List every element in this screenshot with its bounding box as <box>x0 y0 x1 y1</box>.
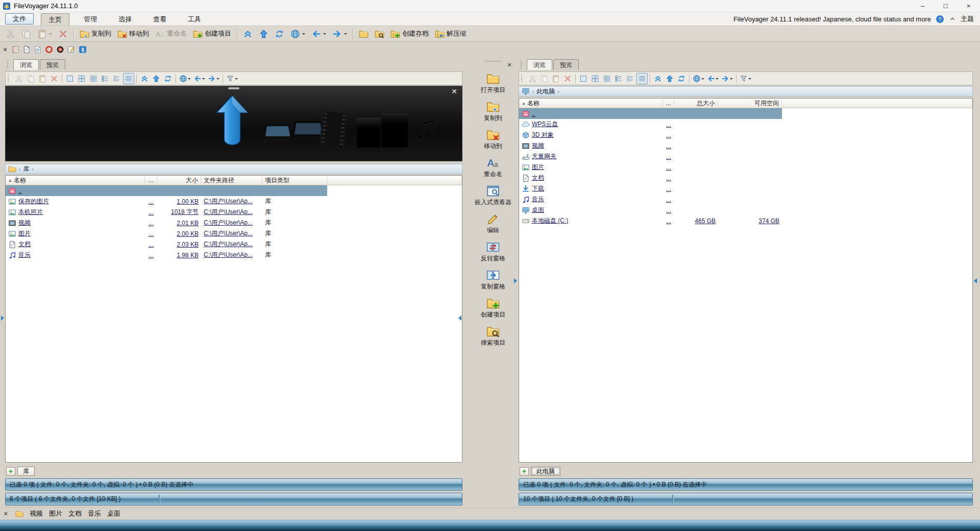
ribbon-tab-file[interactable]: 文件 <box>5 13 34 25</box>
item-path[interactable]: C:\用户\User\Ap... <box>204 197 253 206</box>
left-copy-button[interactable] <box>25 73 36 84</box>
item-more[interactable]: ... <box>149 220 154 227</box>
copy-to-button[interactable]: 复制到 <box>77 27 114 40</box>
close-button[interactable]: × <box>957 0 980 12</box>
drag-handle[interactable] <box>7 61 10 68</box>
file-row-documents[interactable]: 文档...2.03 KBC:\用户\User\Ap...库 <box>6 239 327 250</box>
left-globe-button[interactable] <box>178 73 192 84</box>
network-button[interactable] <box>288 27 308 40</box>
copy-button[interactable] <box>19 27 34 40</box>
right-arrow-top-button[interactable] <box>652 73 664 84</box>
right-back-button[interactable] <box>706 73 720 84</box>
item-more[interactable]: ... <box>149 252 154 259</box>
theme-button[interactable]: 主题 <box>961 14 974 23</box>
search-folder-button[interactable] <box>372 27 387 40</box>
column-header-0[interactable]: ▲名称 <box>519 99 663 108</box>
right-copy-button[interactable] <box>538 73 550 84</box>
item-path[interactable]: C:\用户\User\Ap... <box>204 240 253 249</box>
right-tab-preview[interactable]: 预览 <box>553 59 579 70</box>
drag-handle[interactable] <box>485 61 501 62</box>
middle-copy-pane-button[interactable]: 复制窗格 <box>472 266 514 294</box>
help-icon[interactable]: ? <box>936 15 944 23</box>
right-view-tiles-button[interactable] <box>625 73 636 84</box>
right-view-list-button[interactable] <box>613 73 624 84</box>
delete-button[interactable] <box>56 27 70 40</box>
file-row-pictures[interactable]: 图片... <box>519 162 782 173</box>
item-more[interactable]: ... <box>149 198 154 205</box>
add-tab-button[interactable] <box>6 467 15 476</box>
item-name-link[interactable]: 桌面 <box>532 206 544 214</box>
middle-create-item-button[interactable]: 创建项目 <box>472 294 514 322</box>
item-more[interactable]: ... <box>666 207 671 214</box>
favorite-documents[interactable]: 文档 <box>68 509 82 518</box>
maximize-button[interactable]: □ <box>934 0 957 12</box>
create-item-button[interactable]: 创建项目 <box>190 27 234 40</box>
column-header-2[interactable]: 总大小 <box>674 99 718 108</box>
bottom-tab-library[interactable]: 库 <box>17 467 35 476</box>
bottom-tab-this-pc[interactable]: 此电脑 <box>531 467 560 476</box>
item-more[interactable]: ... <box>149 230 154 237</box>
cut-button[interactable] <box>3 27 18 40</box>
breadcrumb-location[interactable]: 此电脑 <box>536 87 555 96</box>
right-arrow-up-button[interactable] <box>664 73 675 84</box>
favorite-videos[interactable]: 视频 <box>30 509 43 518</box>
left-arrow-top-button[interactable] <box>139 73 150 84</box>
refresh-button[interactable] <box>272 27 287 40</box>
middle-copy-to-button[interactable]: 复制到 <box>472 97 514 125</box>
left-refresh-button[interactable] <box>162 73 174 84</box>
collapse-ribbon-icon[interactable] <box>949 15 956 22</box>
item-name-link[interactable]: 文档 <box>532 174 544 182</box>
drag-handle[interactable] <box>521 61 523 68</box>
right-paste-button[interactable] <box>550 73 561 84</box>
item-name-link[interactable]: 天翼网关 <box>532 152 556 161</box>
item-name-link[interactable]: 3D 对象 <box>532 131 554 139</box>
item-name-link[interactable]: 图片 <box>532 163 544 172</box>
left-view-lg-button[interactable] <box>76 73 87 84</box>
item-name-link[interactable]: 本机照片 <box>18 208 43 216</box>
breadcrumb-location[interactable]: 库 <box>23 165 29 174</box>
file-row-videos[interactable]: 视频...2.01 KBC:\用户\User\Ap...库 <box>6 218 327 228</box>
column-header-2[interactable]: 大小 <box>157 176 201 185</box>
left-funnel-button[interactable] <box>225 73 239 84</box>
left-cut-button[interactable] <box>13 73 24 84</box>
left-view-list-button[interactable] <box>100 73 111 84</box>
item-name-link[interactable]: 文档 <box>18 240 31 249</box>
file-row-music[interactable]: 音乐...1.98 KBC:\用户\User\Ap...库 <box>6 250 327 260</box>
go-up-button[interactable] <box>256 27 271 40</box>
ribbon-tab-home[interactable]: 主页 <box>41 13 69 26</box>
right-cut-button[interactable] <box>527 73 538 84</box>
close-middle-toolbar-icon[interactable]: ✕ <box>506 61 513 68</box>
ribbon-tab-manage[interactable]: 管理 <box>77 13 104 26</box>
column-header-1[interactable]: ... <box>145 176 157 185</box>
file-row-saved-pictures[interactable]: 保存的图片...1.00 KBC:\用户\User\Ap...库 <box>6 196 327 207</box>
move-to-button[interactable]: 移动到 <box>115 27 152 40</box>
right-view-details-button[interactable] <box>636 73 648 84</box>
file-row-downloads[interactable]: 下载... <box>519 183 782 194</box>
file-row-desktop[interactable]: 桌面... <box>519 205 782 215</box>
preview-resize-handle[interactable] <box>228 87 239 89</box>
file-row-3d-objects[interactable]: 3D 对象... <box>519 130 782 140</box>
collapse-pane-arrow[interactable] <box>1 316 4 321</box>
item-free[interactable]: 374 GB <box>758 218 779 225</box>
right-funnel-button[interactable] <box>739 73 752 84</box>
add-tab-button[interactable] <box>520 467 529 476</box>
item-size[interactable]: 1018 字节 <box>171 208 199 216</box>
item-size[interactable]: 2.03 KB <box>177 241 199 248</box>
right-view-xl-button[interactable] <box>578 73 589 84</box>
notebook-shortcut[interactable] <box>10 44 21 55</box>
left-back-button[interactable] <box>192 73 206 84</box>
item-more[interactable]: ... <box>666 132 671 139</box>
favorite-desktop[interactable]: 桌面 <box>107 509 120 518</box>
item-more[interactable]: ... <box>666 175 671 182</box>
file-row-local-disk-c[interactable]: 本地磁盘 (C:)...465 GB374 GB <box>519 215 782 226</box>
item-name-link[interactable]: 音乐 <box>18 251 31 259</box>
left-tab-preview[interactable]: 预览 <box>40 59 65 70</box>
column-header-3[interactable]: 可用空间 <box>718 99 782 108</box>
drag-handle[interactable] <box>521 75 524 82</box>
right-tab-browse[interactable]: 浏览 <box>527 59 552 70</box>
breadcrumb-chevron[interactable]: › <box>557 89 559 94</box>
collapse-pane-arrow[interactable] <box>514 278 517 283</box>
item-size[interactable]: 2.00 KB <box>177 230 199 237</box>
item-name-link[interactable]: 下载 <box>532 184 544 193</box>
close-toolbar-icon[interactable]: ✕ <box>2 510 9 517</box>
